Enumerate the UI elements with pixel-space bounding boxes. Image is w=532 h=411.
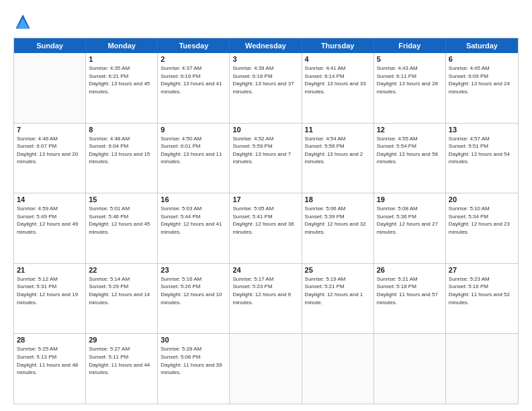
- weekday-header-friday: Friday: [374, 38, 446, 53]
- calendar-cell: [302, 334, 374, 404]
- day-number: 30: [161, 336, 226, 344]
- calendar-cell: [14, 53, 86, 123]
- day-info: Sunrise: 4:35 AMSunset: 6:21 PMDaylight:…: [89, 64, 154, 95]
- day-info: Sunrise: 5:23 AMSunset: 5:16 PMDaylight:…: [449, 275, 515, 306]
- day-number: 2: [161, 55, 226, 63]
- day-number: 13: [449, 126, 515, 134]
- calendar-cell: 9Sunrise: 4:50 AMSunset: 6:01 PMDaylight…: [158, 124, 230, 193]
- calendar-cell: 14Sunrise: 4:59 AMSunset: 5:49 PMDayligh…: [14, 193, 86, 263]
- day-info: Sunrise: 5:12 AMSunset: 5:31 PMDaylight:…: [17, 275, 83, 306]
- calendar-cell: 20Sunrise: 5:10 AMSunset: 5:34 PMDayligh…: [446, 193, 518, 263]
- day-number: 6: [449, 55, 515, 63]
- weekday-header-sunday: Sunday: [14, 38, 86, 53]
- calendar-row: 28Sunrise: 5:25 AMSunset: 5:13 PMDayligh…: [14, 333, 518, 404]
- day-info: Sunrise: 5:17 AMSunset: 5:23 PMDaylight:…: [232, 275, 298, 306]
- day-info: Sunrise: 5:08 AMSunset: 5:36 PMDaylight:…: [377, 205, 443, 236]
- calendar-cell: 30Sunrise: 5:28 AMSunset: 5:08 PMDayligh…: [158, 334, 230, 404]
- day-number: 27: [449, 266, 515, 274]
- calendar-row: 7Sunrise: 4:46 AMSunset: 6:07 PMDaylight…: [14, 123, 518, 193]
- day-info: Sunrise: 5:05 AMSunset: 5:41 PMDaylight:…: [232, 205, 298, 236]
- day-number: 29: [89, 336, 154, 344]
- logo-icon: [13, 12, 32, 31]
- day-number: 22: [89, 266, 154, 274]
- weekday-header-monday: Monday: [86, 38, 158, 53]
- calendar-cell: 16Sunrise: 5:03 AMSunset: 5:44 PMDayligh…: [158, 193, 230, 263]
- weekday-header-wednesday: Wednesday: [230, 38, 302, 53]
- calendar-cell: 15Sunrise: 5:01 AMSunset: 5:46 PMDayligh…: [86, 193, 158, 263]
- day-info: Sunrise: 4:59 AMSunset: 5:49 PMDaylight:…: [17, 205, 83, 236]
- day-number: 12: [377, 126, 443, 134]
- day-info: Sunrise: 4:57 AMSunset: 5:51 PMDaylight:…: [449, 135, 515, 166]
- day-info: Sunrise: 4:43 AMSunset: 6:11 PMDaylight:…: [377, 64, 443, 95]
- day-number: 11: [305, 126, 371, 134]
- day-info: Sunrise: 4:55 AMSunset: 5:54 PMDaylight:…: [377, 135, 443, 166]
- calendar-cell: 4Sunrise: 4:41 AMSunset: 6:14 PMDaylight…: [302, 53, 374, 123]
- day-info: Sunrise: 5:14 AMSunset: 5:29 PMDaylight:…: [89, 275, 154, 306]
- day-number: 25: [305, 266, 371, 274]
- calendar-row: 1Sunrise: 4:35 AMSunset: 6:21 PMDaylight…: [14, 53, 518, 123]
- day-info: Sunrise: 4:46 AMSunset: 6:07 PMDaylight:…: [17, 135, 83, 166]
- day-number: 19: [377, 195, 443, 203]
- calendar-cell: 29Sunrise: 5:27 AMSunset: 5:11 PMDayligh…: [86, 334, 158, 404]
- day-info: Sunrise: 4:54 AMSunset: 5:56 PMDaylight:…: [305, 135, 371, 166]
- day-info: Sunrise: 5:06 AMSunset: 5:39 PMDaylight:…: [305, 205, 371, 236]
- calendar-row: 21Sunrise: 5:12 AMSunset: 5:31 PMDayligh…: [14, 263, 518, 334]
- day-info: Sunrise: 5:28 AMSunset: 5:08 PMDaylight:…: [161, 345, 226, 376]
- day-info: Sunrise: 4:37 AMSunset: 6:19 PMDaylight:…: [161, 64, 226, 95]
- day-info: Sunrise: 5:27 AMSunset: 5:11 PMDaylight:…: [89, 345, 154, 376]
- day-info: Sunrise: 5:25 AMSunset: 5:13 PMDaylight:…: [17, 345, 83, 376]
- day-number: 10: [232, 126, 298, 134]
- calendar-cell: 23Sunrise: 5:16 AMSunset: 5:26 PMDayligh…: [158, 264, 230, 334]
- calendar-cell: 6Sunrise: 4:45 AMSunset: 6:09 PMDaylight…: [446, 53, 518, 123]
- calendar-cell: 19Sunrise: 5:08 AMSunset: 5:36 PMDayligh…: [374, 193, 446, 263]
- calendar-cell: [374, 334, 446, 404]
- calendar-cell: [230, 334, 302, 404]
- calendar-header: SundayMondayTuesdayWednesdayThursdayFrid…: [14, 38, 518, 53]
- calendar-cell: 12Sunrise: 4:55 AMSunset: 5:54 PMDayligh…: [374, 124, 446, 193]
- calendar-cell: 5Sunrise: 4:43 AMSunset: 6:11 PMDaylight…: [374, 53, 446, 123]
- calendar-cell: 3Sunrise: 4:39 AMSunset: 6:16 PMDaylight…: [230, 53, 302, 123]
- day-info: Sunrise: 4:50 AMSunset: 6:01 PMDaylight:…: [161, 135, 226, 166]
- weekday-header-thursday: Thursday: [302, 38, 374, 53]
- day-number: 28: [17, 336, 83, 344]
- day-info: Sunrise: 5:03 AMSunset: 5:44 PMDaylight:…: [161, 205, 226, 236]
- day-number: 5: [377, 55, 443, 63]
- day-number: 20: [449, 195, 515, 203]
- day-number: 9: [161, 126, 226, 134]
- day-number: 23: [161, 266, 226, 274]
- day-number: 24: [232, 266, 298, 274]
- day-info: Sunrise: 4:48 AMSunset: 6:04 PMDaylight:…: [89, 135, 154, 166]
- day-number: 3: [232, 55, 298, 63]
- weekday-header-saturday: Saturday: [446, 38, 518, 53]
- calendar-cell: 24Sunrise: 5:17 AMSunset: 5:23 PMDayligh…: [230, 264, 302, 334]
- calendar-cell: 25Sunrise: 5:19 AMSunset: 5:21 PMDayligh…: [302, 264, 374, 334]
- day-number: 16: [161, 195, 226, 203]
- calendar: SundayMondayTuesdayWednesdayThursdayFrid…: [13, 38, 519, 404]
- calendar-cell: 11Sunrise: 4:54 AMSunset: 5:56 PMDayligh…: [302, 124, 374, 193]
- day-info: Sunrise: 4:52 AMSunset: 5:59 PMDaylight:…: [232, 135, 298, 166]
- calendar-cell: 8Sunrise: 4:48 AMSunset: 6:04 PMDaylight…: [86, 124, 158, 193]
- day-number: 17: [232, 195, 298, 203]
- day-number: 14: [17, 195, 83, 203]
- calendar-row: 14Sunrise: 4:59 AMSunset: 5:49 PMDayligh…: [14, 193, 518, 263]
- day-info: Sunrise: 4:45 AMSunset: 6:09 PMDaylight:…: [449, 64, 515, 95]
- calendar-cell: 2Sunrise: 4:37 AMSunset: 6:19 PMDaylight…: [158, 53, 230, 123]
- calendar-cell: 10Sunrise: 4:52 AMSunset: 5:59 PMDayligh…: [230, 124, 302, 193]
- day-number: 7: [17, 126, 83, 134]
- calendar-cell: 1Sunrise: 4:35 AMSunset: 6:21 PMDaylight…: [86, 53, 158, 123]
- calendar-body: 1Sunrise: 4:35 AMSunset: 6:21 PMDaylight…: [14, 53, 518, 404]
- logo: [13, 12, 35, 31]
- day-info: Sunrise: 5:10 AMSunset: 5:34 PMDaylight:…: [449, 205, 515, 236]
- day-number: 26: [377, 266, 443, 274]
- calendar-cell: [446, 334, 518, 404]
- calendar-cell: 17Sunrise: 5:05 AMSunset: 5:41 PMDayligh…: [230, 193, 302, 263]
- day-info: Sunrise: 4:39 AMSunset: 6:16 PMDaylight:…: [232, 64, 298, 95]
- calendar-cell: 26Sunrise: 5:21 AMSunset: 5:18 PMDayligh…: [374, 264, 446, 334]
- day-number: 15: [89, 195, 154, 203]
- day-info: Sunrise: 5:16 AMSunset: 5:26 PMDaylight:…: [161, 275, 226, 306]
- page: SundayMondayTuesdayWednesdayThursdayFrid…: [0, 0, 532, 411]
- day-number: 18: [305, 195, 371, 203]
- day-number: 4: [305, 55, 371, 63]
- day-number: 1: [89, 55, 154, 63]
- calendar-cell: 7Sunrise: 4:46 AMSunset: 6:07 PMDaylight…: [14, 124, 86, 193]
